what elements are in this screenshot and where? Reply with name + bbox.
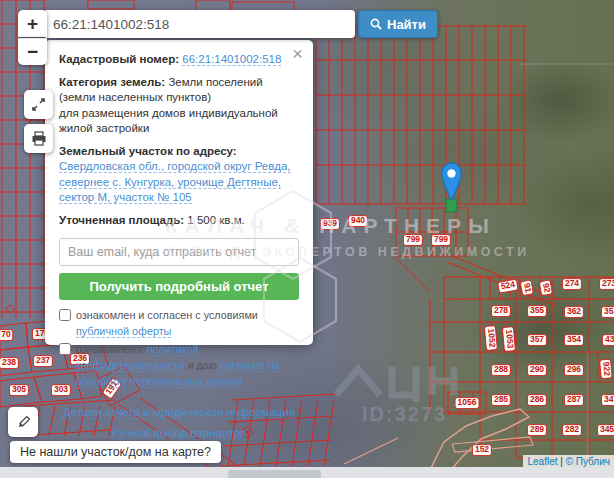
search-icon [370, 18, 382, 30]
email-input[interactable] [59, 238, 299, 266]
plus-icon: + [27, 13, 38, 35]
land-category-extra: для размещения домов индивидуальной жило… [59, 106, 299, 137]
manual-select-link[interactable]: Ручной выбор вариантов [112, 427, 246, 440]
area-label: Уточненная площадь: [59, 214, 184, 226]
copyright-link[interactable]: © Публич [566, 456, 610, 467]
close-icon[interactable]: × [292, 44, 303, 63]
search-bar: Найти [43, 10, 438, 38]
expand-icon [31, 97, 46, 112]
privacy-consent-text: ознакомлён с политикой конфиденциальност… [76, 342, 299, 389]
find-button-label: Найти [387, 17, 426, 32]
address-row: Земельный участок по адресу: Свердловска… [59, 144, 299, 206]
address-label: Земельный участок по адресу: [59, 145, 237, 157]
cadastral-number-label: Кадастровый номер: [59, 53, 179, 65]
find-button[interactable]: Найти [358, 10, 438, 38]
attribution-separator: | [557, 456, 565, 467]
minus-icon: − [27, 41, 38, 63]
print-button[interactable] [24, 124, 53, 153]
get-report-button[interactable]: Получить подробный отчет [59, 273, 299, 300]
location-pin-icon [442, 163, 462, 201]
land-category-label: Категория земель: [59, 76, 165, 88]
pin-center-dot [447, 169, 455, 177]
area-value: 1 500 кв.м. [187, 214, 244, 226]
area-row: Уточненная площадь: 1 500 кв.м. [59, 213, 299, 229]
address-link[interactable]: Свердловская обл., городской округ Ревда… [59, 160, 291, 204]
zoom-in-button[interactable]: + [18, 10, 47, 37]
privacy-consent-checkbox[interactable] [59, 343, 71, 355]
popup-footer-links: Детали отчета и юридическая информация Р… [59, 402, 299, 443]
page-bottom-tab [228, 470, 321, 478]
zoom-out-button[interactable]: − [18, 38, 47, 65]
not-found-hint[interactable]: Не нашли участок/дом на карте? [10, 441, 221, 463]
printer-icon [31, 131, 47, 146]
offer-consent-row: ознакомлен и согласен с условиями публич… [59, 308, 299, 339]
parcel-info-popup: × Кадастровый номер: 66:21:1401002:518 К… [45, 40, 313, 345]
land-category-row: Категория земель: Земли поселений (земли… [59, 75, 299, 137]
draw-parcel-button[interactable] [8, 407, 38, 437]
search-input[interactable] [43, 10, 355, 38]
cadastral-number-row: Кадастровый номер: 66:21:1401002:518 [59, 52, 299, 68]
pencil-icon [16, 415, 31, 430]
map-attribution: Leaflet | © Публич [523, 455, 614, 467]
fullscreen-button[interactable] [24, 90, 53, 119]
report-details-link[interactable]: Детали отчета и юридическая информация [63, 406, 295, 419]
page-bottom-strip [0, 467, 614, 478]
public-offer-link[interactable]: публичной оферты [76, 325, 171, 338]
privacy-consent-row: ознакомлён с политикой конфиденциальност… [59, 342, 299, 389]
offer-consent-checkbox[interactable] [59, 309, 71, 321]
cadastral-number-link[interactable]: 66:21:1401002:518 [182, 53, 281, 66]
offer-consent-text: ознакомлен и согласен с условиями публич… [76, 308, 299, 339]
leaflet-link[interactable]: Leaflet [527, 456, 557, 467]
